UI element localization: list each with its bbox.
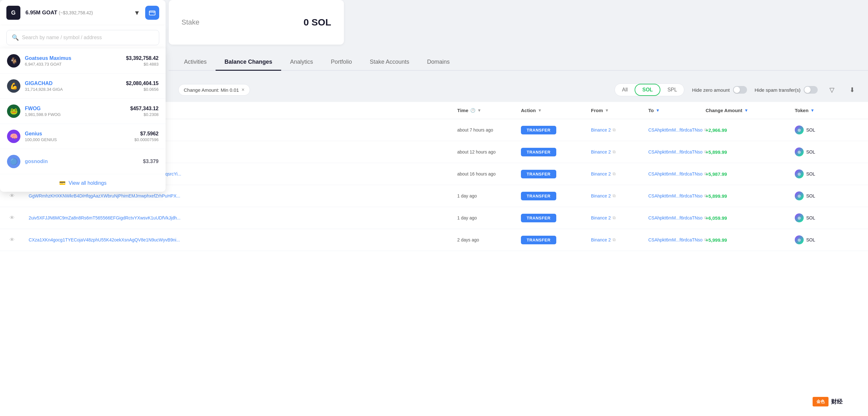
tx-link-3[interactable]: GgWRmhzKHXKNWkrB4DiHfqgAazXWbruNjPhimEMJ… <box>29 194 188 199</box>
row-amount-3: +5,899.99 <box>706 194 795 199</box>
row-eye-4[interactable]: 👁 <box>9 215 29 221</box>
sol-icon-5: ◎ <box>795 235 804 244</box>
wallet-svg-icon <box>149 9 156 16</box>
row-amount-1: +5,899.99 <box>706 149 795 155</box>
token-btn-sol[interactable]: SOL <box>634 84 660 96</box>
action-badge-2: TRANSFER <box>521 170 556 178</box>
to-name-3[interactable]: CSAhpkt6mM...f6rdcaTNso <box>648 194 703 199</box>
th-from: From ▼ <box>591 108 648 113</box>
svg-rect-0 <box>149 11 155 15</box>
tab-balance-changes[interactable]: Balance Changes <box>216 54 281 71</box>
th-action-filter-icon[interactable]: ▼ <box>538 108 542 113</box>
holding-item-2[interactable]: 🐸 FWOG 1,981,598.9 FWOG $457,343.12 $0.2… <box>0 99 165 124</box>
filter-chip-close[interactable]: × <box>241 87 244 93</box>
holding-item-1[interactable]: 💪 GIGACHAD 31,714,928.34 GIGA $2,080,404… <box>0 73 165 99</box>
holding-name-3: Genius <box>25 131 130 137</box>
search-input[interactable] <box>22 35 154 40</box>
holding-values-0: $3,392,758.42 $0.4883 <box>126 55 159 66</box>
holding-amount-2: 1,981,598.9 FWOG <box>25 112 126 117</box>
tab-analytics[interactable]: Analytics <box>281 54 322 71</box>
tab-portfolio[interactable]: Portfolio <box>322 54 361 71</box>
holding-amount-0: 6,947,433.73 GOAT <box>25 62 122 66</box>
token-name-value: 6.95M GOAT (~$3,392,758.42) <box>26 9 129 16</box>
to-name-0[interactable]: CSAhpkt6mM...f6rdcaTNso <box>648 127 703 132</box>
stake-panel: Stake 0 SOL <box>169 0 344 44</box>
th-from-filter-icon[interactable]: ▼ <box>605 108 609 113</box>
filter-funnel-button[interactable]: ▽ <box>825 84 838 96</box>
holding-info-3: Genius 100,000 GENIUS <box>25 131 130 142</box>
token-btn-all[interactable]: All <box>615 84 634 95</box>
from-copy-icon-2[interactable]: ⧉ <box>613 171 616 176</box>
from-name-0[interactable]: Binance 2 <box>591 127 611 132</box>
from-copy-icon-3[interactable]: ⧉ <box>613 194 616 199</box>
sol-icon-2: ◎ <box>795 170 804 178</box>
to-name-1[interactable]: CSAhpkt6mM...f6rdcaTNso <box>648 149 703 154</box>
token-name-2: SOL <box>806 171 815 176</box>
to-name-2[interactable]: CSAhpkt6mM...f6rdcaTNso <box>648 171 703 176</box>
filter-chip-change-amount[interactable]: Change Amount: Min 0.01 × <box>178 84 250 95</box>
hide-zero-toggle[interactable] <box>733 86 747 94</box>
row-token-2: ◎ SOL <box>795 170 859 178</box>
filter-bar: Change Amount: Min 0.01 × All SOL SPL Hi… <box>169 78 868 101</box>
from-copy-icon-5[interactable]: ⧉ <box>613 237 616 242</box>
to-name-4[interactable]: CSAhpkt6mM...f6rdcaTNso <box>648 215 703 220</box>
sol-icon-0: ◎ <box>795 125 804 135</box>
row-time-0: about 7 hours ago <box>457 127 521 132</box>
tab-domains[interactable]: Domains <box>418 54 459 71</box>
tx-link-5[interactable]: CXza1XKn4gocg1TYECojaV48zphU55K42oekXsnA… <box>29 237 188 242</box>
wallet-icon-button[interactable] <box>145 6 159 20</box>
token-name-1: SOL <box>806 149 815 154</box>
token-btn-spl[interactable]: SPL <box>660 84 684 95</box>
from-name-4[interactable]: Binance 2 <box>591 215 611 220</box>
row-time-1: about 12 hours ago <box>457 149 521 154</box>
from-name-3[interactable]: Binance 2 <box>591 194 611 199</box>
from-copy-icon-1[interactable]: ⧉ <box>613 149 616 154</box>
download-button[interactable]: ⬇ <box>846 84 859 96</box>
holding-amount-3: 100,000 GENIUS <box>25 137 130 142</box>
row-eye-5[interactable]: 👁 <box>9 237 29 243</box>
holding-usd-0: $3,392,758.42 <box>126 55 159 61</box>
row-eye-3[interactable]: 👁 <box>9 193 29 199</box>
filter-right: All SOL SPL Hide zero amount Hide spam t… <box>615 84 859 96</box>
sol-icon-3: ◎ <box>795 191 804 200</box>
token-main-usd: (~$3,392,758.42) <box>59 10 93 15</box>
action-badge-4: TRANSFER <box>521 214 556 222</box>
to-name-5[interactable]: CSAhpkt6mM...f6rdcaTNso <box>648 237 703 242</box>
holding-values-3: $7.5962 $0.00007596 <box>134 131 159 142</box>
tab-stake-accounts[interactable]: Stake Accounts <box>361 54 418 71</box>
watermark-text: 财经 <box>831 398 842 406</box>
holding-info-2: FWOG 1,981,598.9 FWOG <box>25 106 126 117</box>
holding-usd-1: $2,080,404.15 <box>126 81 159 86</box>
row-from-2: Binance 2 ⧉ <box>591 171 648 176</box>
th-time-filter-icon[interactable]: ▼ <box>477 108 482 113</box>
token-selector-bar: G 6.95M GOAT (~$3,392,758.42) ▼ <box>0 0 165 26</box>
dropdown-arrow-icon[interactable]: ▼ <box>134 9 140 17</box>
holding-item-3[interactable]: 🧠 Genius 100,000 GENIUS $7.5962 $0.00007… <box>0 124 165 149</box>
from-name-2[interactable]: Binance 2 <box>591 171 611 176</box>
row-action-4: TRANSFER <box>521 214 591 222</box>
tx-link-4[interactable]: 2uiv5XFJJN6MC9mZa8n8Rs6mT565566EFGigdRct… <box>29 215 188 220</box>
sol-icon-4: ◎ <box>795 213 804 222</box>
token-main-name: 6.95M GOAT (~$3,392,758.42) <box>26 9 129 16</box>
row-time-2: about 16 hours ago <box>457 171 521 176</box>
holding-item-4[interactable]: 🔵 gosnodin $3.379 <box>0 149 165 174</box>
holding-item-0[interactable]: 🐐 Goatseus Maximus 6,947,433.73 GOAT $3,… <box>0 49 165 73</box>
holding-icon-3: 🧠 <box>7 130 20 143</box>
from-copy-icon-4[interactable]: ⧉ <box>613 215 616 220</box>
th-to-filter-icon[interactable]: ▼ <box>656 108 660 113</box>
hide-spam-toggle[interactable] <box>804 86 818 94</box>
holding-info-0: Goatseus Maximus 6,947,433.73 GOAT <box>25 55 122 66</box>
view-all-button[interactable]: 💳 View all holdings <box>0 174 165 192</box>
from-copy-icon-0[interactable]: ⧉ <box>613 127 616 132</box>
from-name-5[interactable]: Binance 2 <box>591 237 611 242</box>
th-token-filter-icon[interactable]: ▼ <box>810 108 814 113</box>
th-change-amount-filter-icon[interactable]: ▼ <box>744 108 748 113</box>
token-name-5: SOL <box>806 237 815 242</box>
hide-spam-toggle-group: Hide spam transfer(s) <box>755 86 818 94</box>
row-amount-5: +5,999.99 <box>706 237 795 243</box>
nav-tabs: Activities Balance Changes Analytics Por… <box>169 54 868 71</box>
tab-activities[interactable]: Activities <box>175 54 216 71</box>
row-to-1: CSAhpkt6mM...f6rdcaTNso ⧉ <box>648 149 706 154</box>
from-name-1[interactable]: Binance 2 <box>591 149 611 154</box>
holding-usd-2: $457,343.12 <box>130 106 159 112</box>
